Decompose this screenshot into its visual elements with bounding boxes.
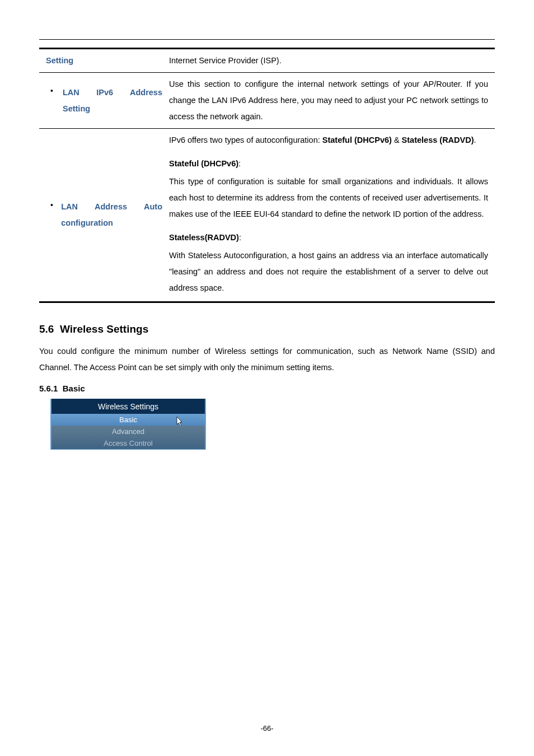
- sub1-title: Stateful (DHCPv6): [169, 159, 238, 168]
- setting-label: LAN Address Auto configuration: [61, 199, 162, 231]
- intro-pre: IPv6 offers two types of autoconfigurati…: [169, 136, 322, 144]
- sub1-title-line: Stateful (DHCPv6):: [169, 156, 488, 172]
- sub2-body: With Stateless Autoconfiguration, a host…: [169, 248, 488, 296]
- section-title: Wireless Settings: [60, 323, 148, 335]
- menu-item-access-control[interactable]: Access Control: [51, 437, 205, 449]
- section-number: 5.6: [39, 323, 54, 335]
- bullet-icon: •: [50, 199, 57, 211]
- sub2-title: Stateless(RADVD): [169, 233, 239, 242]
- menu-header: Wireless Settings: [51, 399, 205, 414]
- setting-label: LAN IPv6 Address Setting: [63, 85, 162, 117]
- subsection-title: Basic: [63, 384, 85, 393]
- menu-item-basic[interactable]: Basic: [51, 414, 205, 426]
- settings-table: Setting Internet Service Provider (ISP).…: [39, 48, 495, 303]
- page-number: -66-: [0, 724, 534, 732]
- menu-item-label: Advanced: [112, 427, 144, 436]
- table-row: Setting Internet Service Provider (ISP).: [39, 49, 495, 73]
- page-divider: [39, 39, 495, 40]
- table-row: • LAN IPv6 Address Setting Use this sect…: [39, 73, 495, 129]
- section-heading: 5.6 Wireless Settings: [39, 323, 495, 335]
- setting-label: Setting: [46, 56, 73, 65]
- section-desc: You could configure the minimum number o…: [39, 343, 495, 376]
- sub2-title-line: Stateless(RADVD):: [169, 230, 488, 246]
- setting-desc: Use this section to configure the intern…: [169, 80, 488, 121]
- subsection-heading: 5.6.1 Basic: [39, 384, 495, 393]
- wireless-settings-menu: Wireless Settings Basic Advanced Access …: [50, 399, 206, 450]
- intro-post: .: [474, 136, 476, 144]
- setting-desc: Internet Service Provider (ISP).: [169, 56, 282, 65]
- menu-item-advanced[interactable]: Advanced: [51, 426, 205, 437]
- intro-bold2: Stateless (RADVD): [402, 136, 474, 144]
- menu-item-label: Basic: [119, 416, 137, 424]
- table-row: • LAN Address Auto configuration IPv6 of…: [39, 129, 495, 302]
- intro-bold1: Stateful (DHCPv6): [322, 136, 392, 144]
- intro-text: IPv6 offers two types of autoconfigurati…: [169, 132, 488, 148]
- subsection-number: 5.6.1: [39, 384, 58, 393]
- menu-item-label: Access Control: [104, 439, 152, 447]
- bullet-icon: •: [50, 85, 58, 97]
- intro-amp: &: [392, 136, 402, 144]
- sub1-body: This type of configuration is suitable f…: [169, 174, 488, 222]
